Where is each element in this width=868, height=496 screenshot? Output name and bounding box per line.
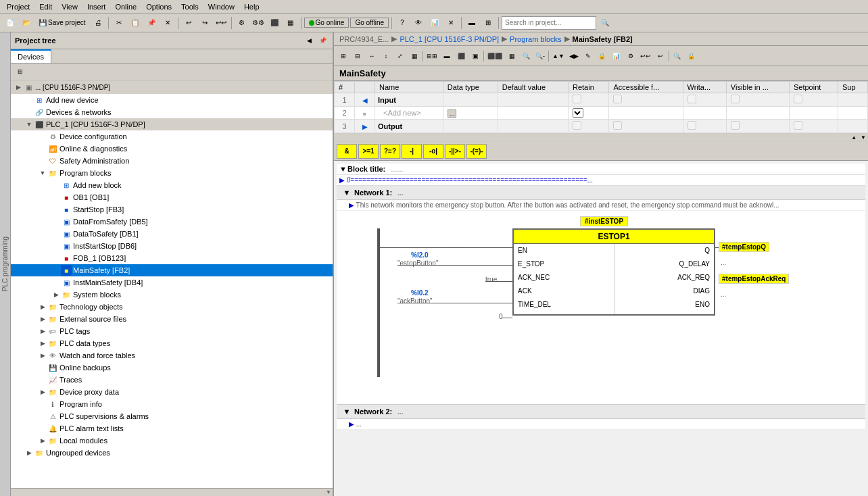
tree-item-mainsafety[interactable]: ■ MainSafety [FB2]	[11, 264, 333, 276]
tree-item-startstop[interactable]: ■ StartStop [FB3]	[11, 203, 333, 216]
tree-item-watch-force[interactable]: ▶ 👁 Watch and force tables	[11, 349, 333, 362]
tree-item-fob1[interactable]: ■ FOB_1 [OB123]	[11, 252, 333, 264]
network-1-desc-expand[interactable]: ▶	[349, 201, 354, 209]
row2-name[interactable]: <Add new>	[375, 107, 443, 120]
network-2-expand[interactable]: ▼	[342, 407, 352, 416]
network-area[interactable]: ▼ Block title: ...... ▶ //==============…	[334, 161, 868, 496]
menu-view[interactable]: View	[57, 1, 82, 12]
retain-select[interactable]	[573, 108, 583, 118]
menu-options[interactable]: Options	[142, 1, 176, 12]
et-btn15[interactable]: ▲▼	[550, 49, 566, 63]
tree-item-ob1[interactable]: ■ OB1 [OB1]	[11, 191, 333, 203]
tree-item-plc-supervisions[interactable]: ⚠ PLC supervisions & alarms	[11, 410, 333, 422]
tree-item-instmainsafety[interactable]: ▣ InstMainSafety [DB4]	[11, 276, 333, 289]
menu-edit[interactable]: Edit	[35, 1, 56, 12]
tree-item-datatosafety[interactable]: ▣ DataToSafety [DB1]	[11, 228, 333, 240]
block-title-expand[interactable]: ▼	[339, 165, 347, 173]
logic-or-btn[interactable]: >=1	[358, 144, 379, 159]
network-2-header[interactable]: ▼ Network 2: ...	[337, 405, 865, 419]
tree-scrollbar[interactable]: ▼	[11, 488, 333, 496]
et-btn1[interactable]: ⊞	[337, 49, 350, 63]
menu-window[interactable]: Window	[204, 1, 239, 12]
et-btn24[interactable]: 🔒	[685, 49, 698, 63]
close-online-button[interactable]: ✕	[443, 16, 458, 30]
tree-item-online-backups[interactable]: 💾 Online backups	[11, 362, 333, 374]
et-btn10[interactable]: ▣	[468, 49, 482, 63]
expand-program-blocks[interactable]: ▼	[38, 170, 47, 176]
pin-panel-button[interactable]: 📌	[316, 34, 329, 47]
expand-watch-force[interactable]: ▶	[38, 352, 47, 359]
network-1-header[interactable]: ▼ Network 1: ...	[337, 186, 865, 200]
expand-plc-tags[interactable]: ▶	[38, 328, 47, 334]
compile4-button[interactable]: ▦	[283, 16, 298, 30]
table-row-add-new[interactable]: 2 ■ <Add new> ...	[335, 107, 868, 120]
tree-item-tech-objects[interactable]: ▶ 📁 Technology objects	[11, 301, 333, 313]
devices-tab[interactable]: Devices	[11, 49, 51, 63]
et-btn23[interactable]: 🔍	[671, 49, 684, 63]
et-btn12[interactable]: ▦	[505, 49, 519, 63]
table-scroll-up[interactable]: ▲	[849, 134, 859, 141]
logic-coil-btn[interactable]: -||>-	[445, 144, 465, 159]
breadcrumb-plc[interactable]: PLC_1 [CPU 1516F-3 PN/DP]	[400, 35, 499, 43]
tree-item-program-info[interactable]: ℹ Program info	[11, 398, 333, 410]
tree-item-plc-tags[interactable]: ▶ 🏷 PLC tags	[11, 325, 333, 337]
et-btn14[interactable]: 🔍-	[533, 49, 547, 63]
network-2-body-expand[interactable]: ▶	[349, 420, 354, 428]
compile2-button[interactable]: ⚙⚙	[251, 16, 266, 30]
et-btn17[interactable]: ✎	[581, 49, 595, 63]
search-input[interactable]	[502, 16, 596, 30]
compile3-button[interactable]: ⬛	[267, 16, 282, 30]
open-button[interactable]: 📂	[19, 16, 34, 30]
menu-online[interactable]: Online	[111, 1, 141, 12]
fb-block[interactable]: ESTOP1 EN E_STOP ACK_NEC ACK TI	[512, 228, 715, 316]
tree-item-plc1[interactable]: ▼ ⬛ PLC_1 [CPU 1516F-3 PN/DP]	[11, 118, 333, 130]
go-offline-button[interactable]: Go offline	[350, 18, 389, 28]
tree-item-ungrouped[interactable]: ▶ 📁 Ungrouped devices	[11, 447, 333, 459]
et-btn4[interactable]: ↕	[379, 49, 393, 63]
tree-container[interactable]: ▶ ▣ ... [CPU 1516F-3 PN/DP] ⊞ Add new de…	[11, 80, 333, 488]
table-row-input[interactable]: 1 ◀ Input	[335, 93, 868, 107]
logic-nc-btn[interactable]: -|	[402, 144, 422, 159]
tree-item-plc-data-types[interactable]: ▶ 📁 PLC data types	[11, 337, 333, 349]
et-btn8[interactable]: ▬	[440, 49, 454, 63]
search-btn[interactable]: 🔍	[598, 16, 612, 30]
expand-device-proxy[interactable]: ▶	[38, 389, 47, 395]
et-btn16[interactable]: ◀▶	[567, 49, 581, 63]
logic-no-btn[interactable]: -o|	[423, 144, 443, 159]
expand-tech-objects[interactable]: ▶	[38, 303, 47, 310]
tree-item-add-block[interactable]: ⊞ Add new block	[11, 179, 333, 191]
tree-item-online-diag[interactable]: 📶 Online & diagnostics	[11, 143, 333, 155]
tree-item-plc-alarms[interactable]: 🔔 PLC alarm text lists	[11, 422, 333, 435]
tree-expand-btn[interactable]: ⊞	[14, 65, 27, 78]
expand-plc1[interactable]: ▼	[24, 121, 34, 128]
monitor1-button[interactable]: 👁	[411, 16, 426, 30]
menu-help[interactable]: Help	[240, 1, 264, 12]
paste-button[interactable]: 📌	[144, 16, 159, 30]
undo-button[interactable]: ↩	[181, 16, 196, 30]
collapse-panel-button[interactable]: ◀	[303, 34, 315, 47]
tree-item-local-modules[interactable]: ▶ 📁 Local modules	[11, 435, 333, 447]
et-btn20[interactable]: ⚙	[624, 49, 637, 63]
print-button[interactable]: 🖨	[91, 16, 105, 30]
monitor2-button[interactable]: 📊	[427, 16, 442, 30]
logic-assign-btn[interactable]: -(=)-	[466, 144, 487, 159]
et-btn9[interactable]: ⬛	[454, 49, 468, 63]
menu-project[interactable]: Project	[3, 1, 34, 12]
tree-item-traces[interactable]: 📈 Traces	[11, 374, 333, 386]
help-button[interactable]: ?	[395, 16, 410, 30]
table-row-output[interactable]: 3 ▶ Output	[335, 120, 868, 133]
logic-and-btn[interactable]: &	[337, 144, 357, 159]
expand-root[interactable]: ▶	[14, 84, 23, 91]
network-1-expand[interactable]: ▼	[342, 189, 352, 197]
breadcrumb-blocks[interactable]: Program blocks	[510, 35, 561, 43]
et-btn18[interactable]: 🔒	[596, 49, 609, 63]
tree-item-inststartstop[interactable]: ▣ InstStartStop [DB6]	[11, 240, 333, 252]
datatype-button[interactable]: ...	[448, 109, 457, 118]
delete-button[interactable]: ✕	[160, 16, 175, 30]
new-button[interactable]: 📄	[3, 16, 18, 30]
et-btn19[interactable]: 📊	[610, 49, 623, 63]
et-btn21[interactable]: ↩↩	[638, 49, 653, 63]
tree-item-program-blocks[interactable]: ▼ 📁 Program blocks	[11, 167, 333, 179]
expand-ungrouped[interactable]: ▶	[24, 449, 34, 456]
cut-button[interactable]: ✂	[112, 16, 126, 30]
